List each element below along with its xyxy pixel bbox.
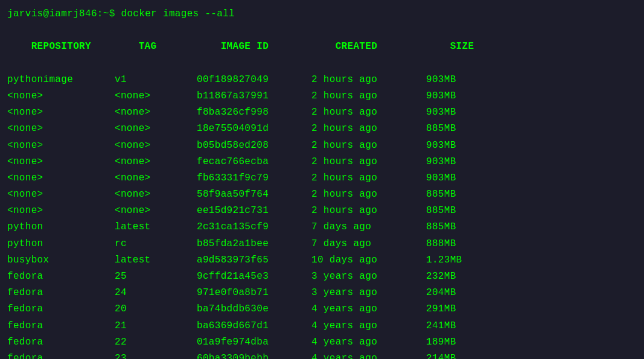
- cell-size: 888MB: [426, 236, 456, 252]
- cell-created: 3 years ago: [311, 268, 426, 285]
- table-row: <none><none>ee15d921c7312 hours ago885MB: [7, 203, 637, 219]
- cell-created: 2 hours ago: [311, 186, 426, 203]
- cell-id: fb63331f9c79: [197, 170, 311, 186]
- cell-repo: fedora: [7, 351, 115, 359]
- cell-repo: fedora: [7, 334, 115, 351]
- cell-size: 291MB: [426, 301, 456, 317]
- cell-id: 971e0f0a8b71: [197, 285, 311, 301]
- cell-id: ee15d921c731: [197, 203, 311, 219]
- cell-created: 2 hours ago: [311, 104, 426, 121]
- cell-created: 2 hours ago: [311, 121, 426, 137]
- cell-id: f8ba326cf998: [197, 104, 311, 121]
- cell-size: 903MB: [426, 104, 456, 121]
- cell-created: 10 days ago: [311, 252, 426, 268]
- cell-id: 00f189827049: [197, 72, 311, 88]
- cell-repo: <none>: [7, 104, 115, 121]
- cell-size: 885MB: [426, 121, 456, 137]
- cell-id: b05bd58ed208: [197, 138, 311, 154]
- cell-tag: 25: [115, 268, 197, 285]
- cell-size: 885MB: [426, 203, 456, 219]
- table-row: fedora21ba6369d667d14 years ago241MB: [7, 318, 637, 334]
- cell-created: 4 years ago: [311, 351, 426, 359]
- cell-repo: <none>: [7, 170, 115, 186]
- cell-tag: v1: [115, 72, 197, 88]
- cell-repo: <none>: [7, 138, 115, 154]
- table-row: <none><none>b11867a379912 hours ago903MB: [7, 88, 637, 104]
- cell-id: 58f9aa50f764: [197, 186, 311, 203]
- command-line: jarvis@iamrj846:~$ docker images --all: [7, 6, 637, 22]
- cell-repo: python: [7, 219, 115, 235]
- cell-tag: <none>: [115, 88, 197, 104]
- cell-tag: rc: [115, 236, 197, 252]
- table-row: pythonimagev100f1898270492 hours ago903M…: [7, 72, 637, 88]
- cell-size: 232MB: [426, 268, 456, 285]
- table-row: fedora259cffd21a45e33 years ago232MB: [7, 268, 637, 285]
- table-row: fedora2201a9fe974dba4 years ago189MB: [7, 334, 637, 351]
- cell-id: a9d583973f65: [197, 252, 311, 268]
- cell-tag: 22: [115, 334, 197, 351]
- table-row: pythonrcb85fda2a1bee7 days ago888MB: [7, 236, 637, 252]
- cell-tag: 23: [115, 351, 197, 359]
- cell-id: ba74bddb630e: [197, 301, 311, 317]
- cell-created: 4 years ago: [311, 334, 426, 351]
- header-id: IMAGE ID: [221, 39, 336, 55]
- cell-tag: <none>: [115, 154, 197, 170]
- cell-repo: <none>: [7, 186, 115, 203]
- cell-size: 204MB: [426, 285, 456, 301]
- header-size: SIZE: [450, 39, 474, 55]
- cell-created: 3 years ago: [311, 285, 426, 301]
- header-repo: REPOSITORY: [31, 39, 139, 55]
- cell-size: 903MB: [426, 154, 456, 170]
- cell-created: 4 years ago: [311, 301, 426, 317]
- cell-created: 2 hours ago: [311, 138, 426, 154]
- table-row: <none><none>fb63331f9c792 hours ago903MB: [7, 170, 637, 186]
- cell-size: 903MB: [426, 138, 456, 154]
- cell-size: 903MB: [426, 72, 456, 88]
- table-header: REPOSITORYTAGIMAGE IDCREATEDSIZE: [7, 22, 637, 72]
- table-row: <none><none>58f9aa50f7642 hours ago885MB: [7, 186, 637, 203]
- cell-repo: fedora: [7, 318, 115, 334]
- table-row: <none><none>fecac766ecba2 hours ago903MB: [7, 154, 637, 170]
- cell-tag: <none>: [115, 104, 197, 121]
- cell-repo: fedora: [7, 301, 115, 317]
- cell-size: 903MB: [426, 88, 456, 104]
- header-tag: TAG: [139, 39, 221, 55]
- cell-tag: <none>: [115, 170, 197, 186]
- cell-tag: <none>: [115, 186, 197, 203]
- table-row: fedora24971e0f0a8b713 years ago204MB: [7, 285, 637, 301]
- cell-size: 189MB: [426, 334, 456, 351]
- cell-tag: latest: [115, 252, 197, 268]
- cell-tag: 20: [115, 301, 197, 317]
- cell-repo: <none>: [7, 88, 115, 104]
- terminal-window: jarvis@iamrj846:~$ docker images --all R…: [0, 0, 644, 359]
- cell-tag: <none>: [115, 138, 197, 154]
- cell-created: 2 hours ago: [311, 88, 426, 104]
- cell-repo: python: [7, 236, 115, 252]
- cell-size: 885MB: [426, 186, 456, 203]
- cell-tag: <none>: [115, 203, 197, 219]
- cell-created: 2 hours ago: [311, 154, 426, 170]
- cell-size: 214MB: [426, 351, 456, 359]
- cell-repo: pythonimage: [7, 72, 115, 88]
- cell-size: 885MB: [426, 219, 456, 235]
- cell-created: 2 hours ago: [311, 170, 426, 186]
- cell-size: 241MB: [426, 318, 456, 334]
- cell-created: 7 days ago: [311, 219, 426, 235]
- cell-repo: <none>: [7, 121, 115, 137]
- cell-repo: fedora: [7, 285, 115, 301]
- cell-id: 2c31ca135cf9: [197, 219, 311, 235]
- cell-id: ba6369d667d1: [197, 318, 311, 334]
- cell-tag: 21: [115, 318, 197, 334]
- cell-size: 1.23MB: [426, 252, 462, 268]
- cell-size: 903MB: [426, 170, 456, 186]
- cell-created: 2 hours ago: [311, 203, 426, 219]
- cell-created: 2 hours ago: [311, 72, 426, 88]
- table-row: busyboxlatesta9d583973f6510 days ago1.23…: [7, 252, 637, 268]
- cell-id: b11867a37991: [197, 88, 311, 104]
- table-row: <none><none>18e75504091d2 hours ago885MB: [7, 121, 637, 137]
- cell-tag: <none>: [115, 121, 197, 137]
- table-row: fedora20ba74bddb630e4 years ago291MB: [7, 301, 637, 317]
- cell-id: 01a9fe974dba: [197, 334, 311, 351]
- cell-repo: busybox: [7, 252, 115, 268]
- table-row: fedora2360ba3309bebb4 years ago214MB: [7, 351, 637, 359]
